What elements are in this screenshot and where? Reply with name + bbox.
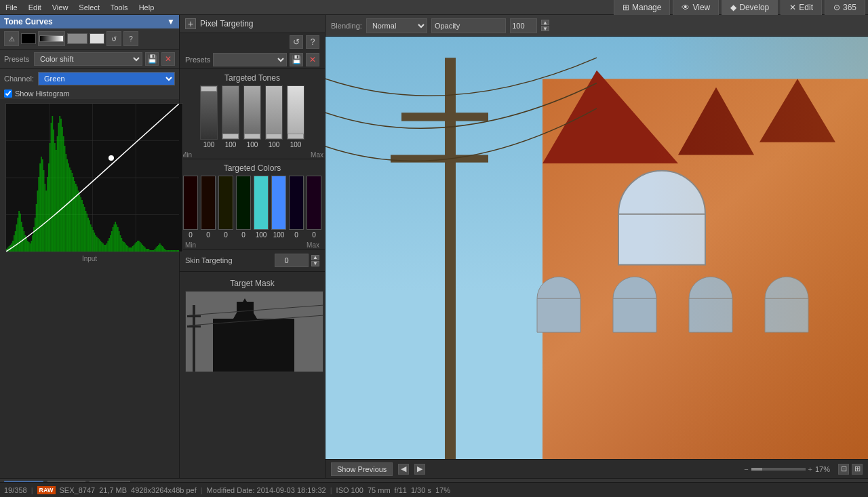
- color-sliders-container: 0 0 0: [180, 176, 325, 239]
- color-slider-track-blue[interactable]: [271, 176, 286, 230]
- color-slider-track-magenta[interactable]: [307, 176, 321, 230]
- opacity-down-arrow[interactable]: ▼: [541, 26, 549, 31]
- color-slider-track-yellow[interactable]: [218, 176, 233, 230]
- tone-val-0: 100: [203, 141, 215, 148]
- view-button[interactable]: 👁 View: [673, 0, 719, 16]
- opacity-input[interactable]: [431, 18, 506, 33]
- refresh-icon[interactable]: ↺: [106, 31, 121, 46]
- white-swatch[interactable]: [90, 33, 104, 44]
- color-slider-track-red[interactable]: [183, 176, 198, 230]
- skin-targeting-input[interactable]: [275, 254, 309, 267]
- photo-count: 19/358: [4, 486, 27, 494]
- slider-icon[interactable]: [38, 31, 65, 46]
- suite-icon: ⊙: [833, 3, 840, 12]
- zoom-slider-track[interactable]: [751, 468, 806, 471]
- raw-badge: RAW: [37, 486, 56, 494]
- gray-swatch[interactable]: [67, 33, 87, 44]
- pt-help-icon[interactable]: ?: [306, 35, 319, 49]
- develop-icon: ◆: [730, 3, 736, 12]
- color-slider-purple: 0: [289, 176, 304, 239]
- pt-refresh-icon[interactable]: ↺: [290, 35, 303, 49]
- opacity-value[interactable]: [510, 18, 537, 33]
- color-val-orange: 0: [206, 231, 210, 239]
- tone-slider-2: 100: [243, 85, 261, 148]
- modified-date: Modified Date: 2014-09-03 18:19:32: [207, 486, 326, 494]
- pt-save-icon[interactable]: 💾: [290, 53, 303, 66]
- content-area: Tone Curves ▼ ⚠ ↺ ? Presets Color shift: [0, 15, 868, 478]
- color-slider-yellow: 0: [218, 176, 233, 239]
- warning-tool[interactable]: ⚠: [4, 31, 19, 46]
- edit-button[interactable]: ✕ Edit: [781, 0, 822, 16]
- zoom-controls: − + 17% ⊡ ⊞: [744, 464, 863, 475]
- tone-curves-close-icon[interactable]: ▼: [167, 17, 175, 26]
- blending-mode-select[interactable]: Normal: [366, 18, 427, 33]
- tone-slider-track-2[interactable]: [243, 85, 261, 140]
- iso: ISO 100: [336, 486, 363, 494]
- curve-canvas: [6, 104, 179, 252]
- develop-button[interactable]: ◆ Develop: [722, 0, 778, 16]
- menu-tools[interactable]: Tools: [105, 2, 134, 13]
- targeted-tones-title: Targeted Tones: [180, 69, 325, 85]
- pixel-targeting-plus-icon[interactable]: +: [185, 18, 196, 29]
- zoom-full-icon[interactable]: ⊞: [852, 464, 863, 475]
- menu-file[interactable]: File: [0, 2, 23, 13]
- channel-select[interactable]: Green: [38, 72, 175, 85]
- menu-select[interactable]: Select: [73, 2, 105, 13]
- mask-preview: [185, 291, 323, 372]
- tools-row: ⚠ ↺ ?: [0, 28, 179, 49]
- opacity-up-arrow[interactable]: ▲: [541, 20, 549, 25]
- pt-presets-select[interactable]: [213, 53, 287, 66]
- right-section: Blending: Normal ▲ ▼ Show Previous ◀ ▶: [326, 15, 868, 478]
- tone-slider-track-4[interactable]: [287, 85, 304, 140]
- grid-icon: ⊞: [623, 3, 629, 12]
- show-previous-button[interactable]: Show Previous: [331, 462, 393, 476]
- targeted-colors-title: Targeted Colors: [180, 159, 325, 176]
- manage-button[interactable]: ⊞ Manage: [614, 0, 670, 16]
- skin-up-arrow[interactable]: ▲: [311, 255, 319, 260]
- menu-edit[interactable]: Edit: [23, 2, 47, 13]
- curve-area[interactable]: [5, 103, 183, 252]
- tone-slider-track-1[interactable]: [222, 85, 239, 140]
- help-icon[interactable]: ?: [123, 31, 138, 46]
- presets-select[interactable]: Color shift: [34, 52, 142, 66]
- left-panel: Tone Curves ▼ ⚠ ↺ ? Presets Color shift: [0, 15, 180, 478]
- eye-icon: 👁: [682, 3, 690, 12]
- color-slider-track-purple[interactable]: [289, 176, 304, 230]
- pt-presets-label: Presets: [185, 56, 210, 64]
- color-slider-track-orange[interactable]: [201, 176, 216, 230]
- color-val-purple: 0: [294, 231, 298, 239]
- save-preset-icon[interactable]: 💾: [145, 52, 159, 66]
- mask-canvas: [186, 292, 323, 372]
- color-val-magenta: 0: [312, 231, 316, 239]
- zoom-fit-icon[interactable]: ⊡: [838, 464, 849, 475]
- presets-label: Presets: [4, 55, 31, 63]
- color-slider-track-cyan[interactable]: [254, 176, 269, 230]
- status-zoom: 17%: [435, 486, 450, 494]
- sep3: |: [330, 486, 332, 494]
- app: File Edit View Select Tools Help ⊞ Manag…: [0, 0, 868, 497]
- prev-icon[interactable]: ◀: [398, 464, 409, 475]
- edit-label: Edit: [799, 3, 813, 12]
- suite-button[interactable]: ⊙ 365: [825, 0, 865, 16]
- skin-down-arrow[interactable]: ▼: [311, 261, 319, 266]
- dimensions: 4928x3264x48b pef: [131, 486, 197, 494]
- edit-icon: ✕: [789, 3, 796, 12]
- middle-panel: + Pixel Targeting ↺ ? Presets 💾 ✕ Target…: [180, 15, 326, 478]
- tone-slider-track-3[interactable]: [265, 85, 283, 140]
- pt-delete-icon[interactable]: ✕: [306, 53, 319, 66]
- show-histogram-label: Show Histogram: [15, 90, 70, 98]
- target-mask-title: Target Mask: [185, 275, 319, 291]
- menubar: File Edit View Select Tools Help ⊞ Manag…: [0, 0, 868, 15]
- develop-label: Develop: [739, 3, 769, 12]
- menu-help[interactable]: Help: [134, 2, 160, 13]
- black-tool[interactable]: [21, 33, 36, 44]
- color-slider-blue: 100: [271, 176, 286, 239]
- color-slider-track-green[interactable]: [236, 176, 251, 230]
- tone-val-1: 100: [225, 141, 237, 148]
- menu-view[interactable]: View: [47, 2, 74, 13]
- next-icon[interactable]: ▶: [414, 464, 425, 475]
- delete-preset-icon[interactable]: ✕: [161, 52, 175, 66]
- tone-slider-track-0[interactable]: [200, 85, 218, 140]
- show-histogram-checkbox[interactable]: [4, 90, 12, 98]
- focal-length: 75 mm: [368, 486, 391, 494]
